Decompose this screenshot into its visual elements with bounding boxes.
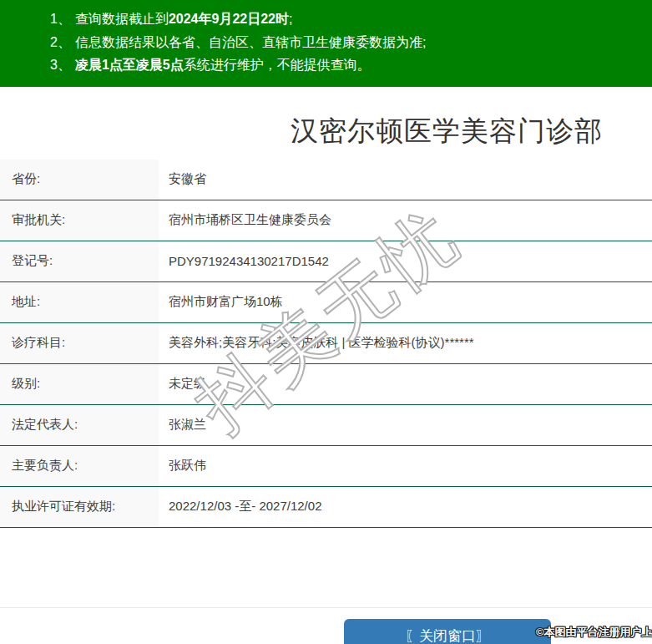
table-row-license-validity: 执业许可证有效期: 2022/12/03 -至- 2027/12/02 xyxy=(0,487,652,528)
clinic-info-page: 1、查询数据截止到2024年9月22日22时; 2、信息数据结果以各省、自治区、… xyxy=(0,0,652,644)
table-row-legal-representative: 法定代表人: 张淑兰 xyxy=(0,405,652,446)
notice-text: ; xyxy=(289,12,292,26)
clinic-name-title: 汉密尔顿医学美容门诊部 xyxy=(0,113,652,150)
row-label: 地址: xyxy=(0,282,159,322)
notice-line-2: 2、信息数据结果以各省、自治区、直辖市卫生健康委数据为准; xyxy=(50,31,644,54)
table-row-principal: 主要负责人: 张跃伟 xyxy=(0,446,652,487)
row-value: 2022/12/03 -至- 2027/12/02 xyxy=(159,487,652,527)
notice-line-1: 1、查询数据截止到2024年9月22日22时; xyxy=(50,8,644,31)
row-label: 诊疗科目: xyxy=(0,323,159,363)
notice-banner: 1、查询数据截止到2024年9月22日22时; 2、信息数据结果以各省、自治区、… xyxy=(0,0,652,87)
info-table: 省份: 安徽省 审批机关: 宿州市埇桥区卫生健康委员会 登记号: PDY9719… xyxy=(0,160,652,528)
table-row-approval-authority: 审批机关: 宿州市埇桥区卫生健康委员会 xyxy=(0,200,652,241)
row-label: 执业许可证有效期: xyxy=(0,487,159,527)
row-label: 法定代表人: xyxy=(0,405,159,445)
notice-text: 系统进行维护，不能提供查询。 xyxy=(184,58,371,72)
row-value: PDY97192434130217D1542 xyxy=(159,241,652,281)
row-value: 宿州市财富广场10栋 xyxy=(159,282,652,322)
row-label: 登记号: xyxy=(0,241,159,281)
table-row-address: 地址: 宿州市财富广场10栋 xyxy=(0,282,652,323)
row-label: 省份: xyxy=(0,160,159,200)
table-row-province: 省份: 安徽省 xyxy=(0,160,652,200)
table-row-medical-subjects: 诊疗科目: 美容外科;美容牙科;美容皮肤科 | 医学检验科(协议)****** xyxy=(0,323,652,364)
notice-text: 查询数据截止到 xyxy=(75,12,169,26)
notice-number: 2、 xyxy=(50,35,71,49)
row-label: 审批机关: xyxy=(0,200,159,241)
row-value: 美容外科;美容牙科;美容皮肤科 | 医学检验科(协议)****** xyxy=(159,323,652,363)
notice-line-3: 3、凌晨1点至凌晨5点系统进行维护，不能提供查询。 xyxy=(50,53,644,77)
blank-spacer xyxy=(0,528,652,607)
table-row-level: 级别: 未定级 xyxy=(0,364,652,405)
row-value: 未定级 xyxy=(159,364,652,404)
row-label: 级别: xyxy=(0,364,159,404)
row-value: 张跃伟 xyxy=(159,446,652,486)
notice-number: 1、 xyxy=(50,12,71,26)
row-label: 主要负责人: xyxy=(0,446,159,486)
row-value: 安徽省 xyxy=(159,160,652,200)
close-window-button[interactable]: 〖关闭窗口〗 xyxy=(344,619,551,644)
title-container: 汉密尔顿医学美容门诊部 xyxy=(0,87,652,160)
notice-text-bold: 凌晨1点至凌晨5点 xyxy=(75,58,184,72)
notice-text: 信息数据结果以各省、自治区、直辖市卫生健康委数据为准; xyxy=(75,35,426,49)
table-row-registration-number: 登记号: PDY97192434130217D1542 xyxy=(0,241,652,282)
row-value: 张淑兰 xyxy=(159,405,652,445)
notice-number: 3、 xyxy=(50,58,71,72)
row-value: 宿州市埇桥区卫生健康委员会 xyxy=(159,200,652,241)
upload-attribution: ©本图由平台注册用户上传 xyxy=(536,625,652,640)
notice-text-bold: 2024年9月22日22时 xyxy=(169,12,289,26)
